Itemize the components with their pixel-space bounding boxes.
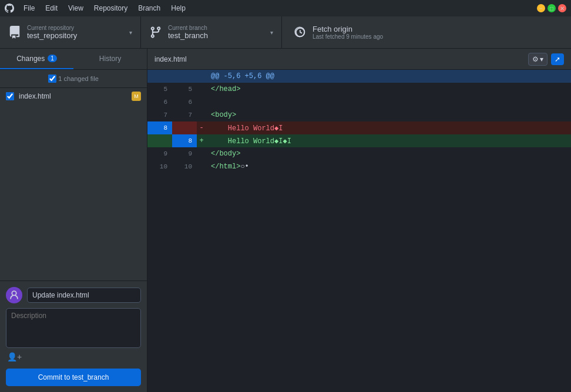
diff-sign: [197, 83, 206, 96]
branch-icon: [149, 26, 162, 39]
maximize-button[interactable]: □: [548, 4, 556, 12]
toolbar: Current repository test_repository ▾ Cur…: [0, 16, 571, 49]
fetch-label: Fetch origin: [313, 25, 383, 33]
close-button[interactable]: ✕: [558, 4, 566, 12]
diff-area: index.html ⚙ ▾ ➚ @@ -5,6 +5,6 @@: [147, 49, 571, 392]
tab-history[interactable]: History: [73, 49, 147, 69]
diff-content[interactable]: @@ -5,6 +5,6 @@ 5 5 </head> 6 6: [147, 70, 571, 392]
co-authors-icon: 👤+: [7, 352, 22, 361]
changes-badge: 1: [48, 55, 57, 62]
tab-changes[interactable]: Changes 1: [0, 49, 73, 69]
diff-sign: [197, 70, 206, 83]
diff-code: </html>○•: [206, 160, 571, 173]
diff-code: </head>: [206, 83, 571, 96]
diff-gutter-right: 6: [172, 96, 197, 109]
diff-settings-button[interactable]: ⚙ ▾: [528, 53, 548, 66]
diff-code: [206, 96, 571, 109]
diff-sign: [197, 160, 206, 173]
diff-gutter-left: 8: [147, 121, 172, 134]
window-controls: − □ ✕: [537, 4, 566, 12]
table-row: @@ -5,6 +5,6 @@: [147, 70, 571, 83]
sidebar-tabs: Changes 1 History: [0, 49, 147, 70]
list-item[interactable]: index.html M: [0, 88, 147, 104]
diff-gutter-left: [147, 134, 172, 147]
branch-selector[interactable]: Current branch test_branch ▾: [141, 16, 282, 48]
commit-footer: 👤+: [6, 350, 141, 364]
diff-gutter-left: [147, 70, 172, 83]
diff-gutter-right: 8: [172, 134, 197, 147]
diff-code: Hello World◆I: [206, 121, 571, 134]
diff-sign: [197, 96, 206, 109]
repo-value: test_repository: [27, 31, 77, 40]
title-bar: File Edit View Repository Branch Help − …: [0, 0, 571, 16]
diff-toolbar-right: ⚙ ▾ ➚: [528, 53, 564, 66]
table-row: 7 7 <body>: [147, 109, 571, 121]
commit-button[interactable]: Commit to test_branch: [6, 369, 141, 386]
table-row: 5 5 </head>: [147, 83, 571, 96]
menu-view[interactable]: View: [63, 3, 88, 13]
fetch-button[interactable]: Fetch origin Last fetched 9 minutes ago: [282, 16, 571, 48]
diff-gutter-right: [172, 70, 197, 83]
diff-gutter-left: 7: [147, 109, 172, 121]
diff-gutter-left: 9: [147, 147, 172, 160]
branch-chevron-icon: ▾: [270, 29, 273, 36]
branch-value: test_branch: [168, 31, 208, 40]
menu-repository[interactable]: Repository: [89, 3, 132, 13]
fetch-icon: [294, 26, 307, 39]
repo-text: Current repository test_repository: [27, 25, 77, 40]
sidebar: Changes 1 History 1 changed file index.h…: [0, 49, 147, 392]
github-logo-icon: [5, 4, 14, 13]
file-list: index.html M: [0, 88, 147, 281]
table-row: 9 9 </body>: [147, 147, 571, 160]
avatar: [6, 287, 22, 303]
diff-expand-button[interactable]: ➚: [551, 53, 564, 65]
branch-text: Current branch test_branch: [168, 25, 208, 40]
diff-gutter-right: 5: [172, 83, 197, 96]
changed-files-header: 1 changed file: [0, 70, 147, 88]
diff-sign: +: [197, 134, 206, 147]
diff-gutter-right: 10: [172, 160, 197, 173]
menu-help[interactable]: Help: [166, 3, 190, 13]
tab-history-label: History: [99, 55, 121, 63]
tab-changes-label: Changes: [16, 55, 45, 63]
diff-gutter-left: 6: [147, 96, 172, 109]
file-modified-badge: M: [132, 92, 141, 101]
table-row: 8 + Hello World◆I◆I: [147, 134, 571, 147]
diff-gutter-right: [172, 121, 197, 134]
diff-gutter-left: 5: [147, 83, 172, 96]
diff-gutter-right: 9: [172, 147, 197, 160]
menu-edit[interactable]: Edit: [41, 3, 62, 13]
diff-code: </body>: [206, 147, 571, 160]
diff-sign: [197, 109, 206, 121]
commit-description-input[interactable]: [6, 308, 141, 348]
file-checkbox[interactable]: [6, 92, 14, 100]
menu-file[interactable]: File: [19, 3, 39, 13]
table-row: 6 6: [147, 96, 571, 109]
minimize-button[interactable]: −: [537, 4, 545, 12]
repo-selector[interactable]: Current repository test_repository ▾: [0, 16, 141, 48]
title-bar-left: File Edit View Repository Branch Help: [5, 3, 190, 13]
diff-sign: [197, 147, 206, 160]
select-all-checkbox[interactable]: [48, 75, 56, 83]
main-content: Changes 1 History 1 changed file index.h…: [0, 49, 571, 392]
diff-code: Hello World◆I◆I: [206, 134, 571, 147]
file-name: index.html: [19, 92, 127, 100]
commit-area: 👤+ Commit to test_branch: [0, 281, 147, 392]
diff-filename: index.html: [154, 55, 187, 63]
diff-header: index.html ⚙ ▾ ➚: [147, 49, 571, 70]
table-row: 8 - Hello World◆I: [147, 121, 571, 134]
settings-chevron-icon: ▾: [540, 55, 543, 63]
commit-input-row: [6, 287, 141, 303]
menu-branch[interactable]: Branch: [133, 3, 165, 13]
commit-title-input[interactable]: [27, 288, 141, 303]
gear-icon: ⚙: [532, 55, 539, 63]
diff-gutter-left: 10: [147, 160, 172, 173]
diff-code: @@ -5,6 +5,6 @@: [206, 70, 571, 83]
diff-table: @@ -5,6 +5,6 @@ 5 5 </head> 6 6: [147, 70, 571, 173]
fetch-sublabel: Last fetched 9 minutes ago: [313, 33, 383, 40]
fetch-text: Fetch origin Last fetched 9 minutes ago: [313, 25, 383, 40]
file-badge-label: M: [134, 93, 139, 99]
changed-files-count: 1 changed file: [58, 75, 99, 82]
repo-label: Current repository: [27, 25, 77, 31]
diff-sign: -: [197, 121, 206, 134]
